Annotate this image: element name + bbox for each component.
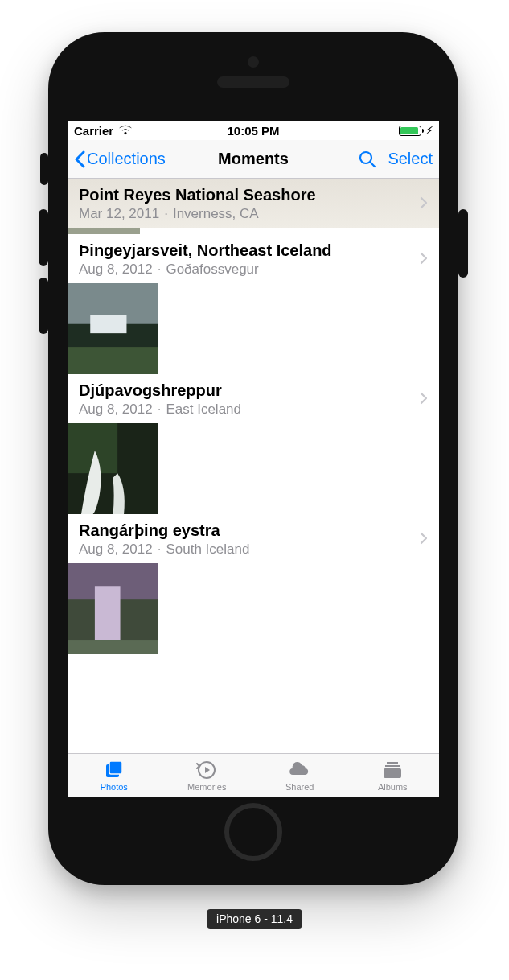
- moment-location: Goðafossvegur: [166, 261, 258, 277]
- photo-thumbnail[interactable]: [68, 423, 158, 514]
- home-button[interactable]: [224, 803, 282, 861]
- disclosure-button[interactable]: [420, 532, 428, 548]
- back-button[interactable]: Collections: [74, 150, 166, 168]
- svg-line-1: [371, 162, 376, 167]
- moment-header[interactable]: Þingeyjarsveit, Northeast Iceland Aug 8,…: [68, 234, 439, 283]
- select-button[interactable]: Select: [388, 150, 433, 168]
- search-icon: [359, 150, 376, 168]
- svg-rect-16: [385, 765, 400, 767]
- moment-location: Inverness, CA: [173, 206, 259, 221]
- shared-icon: [289, 760, 310, 780]
- moment-title: Þingeyjarsveit, Northeast Iceland: [79, 241, 415, 261]
- svg-rect-5: [68, 347, 158, 374]
- svg-rect-10: [95, 587, 121, 641]
- moment-header[interactable]: Rangárþing eystra Aug 8, 2012·South Icel…: [68, 514, 439, 563]
- chevron-right-icon: [420, 532, 428, 545]
- disclosure-button[interactable]: [420, 252, 428, 268]
- moments-list[interactable]: Point Reyes National Seashore Mar 12, 20…: [68, 179, 439, 753]
- moment-location: East Iceland: [166, 401, 241, 417]
- separator-dot: ·: [158, 541, 162, 557]
- moment-date: Aug 8, 2012: [79, 261, 153, 277]
- tab-albums[interactable]: Albums: [347, 754, 440, 797]
- back-label: Collections: [87, 150, 166, 168]
- moment-header[interactable]: Djúpavogshreppur Aug 8, 2012·East Icelan…: [68, 374, 439, 423]
- moment-date: Mar 12, 2011: [79, 206, 159, 221]
- photos-icon: [104, 760, 125, 780]
- moment-title: Rangárþing eystra: [79, 521, 415, 541]
- charging-icon: ⚡︎: [426, 125, 433, 136]
- separator-dot: ·: [164, 206, 168, 221]
- moment-section: Point Reyes National Seashore Mar 12, 20…: [68, 179, 439, 234]
- wifi-icon: [118, 124, 133, 138]
- memories-icon: [196, 760, 217, 780]
- chevron-right-icon: [420, 196, 428, 209]
- albums-icon: [382, 760, 403, 780]
- status-bar: Carrier 10:05 PM ⚡︎: [68, 121, 439, 140]
- moment-header[interactable]: Point Reyes National Seashore Mar 12, 20…: [68, 179, 439, 228]
- moment-date: Aug 8, 2012: [79, 541, 153, 557]
- earpiece-speaker: [217, 76, 289, 88]
- mute-switch: [40, 153, 48, 185]
- volume-down-button: [39, 278, 48, 334]
- chevron-left-icon: [74, 150, 85, 168]
- disclosure-button[interactable]: [420, 196, 428, 212]
- tab-photos[interactable]: Photos: [68, 754, 161, 797]
- svg-rect-15: [387, 762, 398, 764]
- tab-label: Shared: [285, 782, 314, 792]
- moment-section: Rangárþing eystra Aug 8, 2012·South Icel…: [68, 514, 439, 654]
- separator-dot: ·: [158, 401, 162, 417]
- photo-thumbnail[interactable]: [68, 228, 140, 234]
- tab-memories[interactable]: Memories: [161, 754, 254, 797]
- moment-title: Point Reyes National Seashore: [79, 185, 415, 205]
- svg-rect-4: [90, 315, 126, 334]
- disclosure-button[interactable]: [420, 392, 428, 408]
- search-button[interactable]: [359, 150, 376, 168]
- power-button: [458, 209, 468, 278]
- moment-title: Djúpavogshreppur: [79, 381, 415, 401]
- front-camera: [248, 56, 259, 68]
- moment-date: Aug 8, 2012: [79, 401, 153, 417]
- chevron-right-icon: [420, 252, 428, 265]
- navigation-bar: Collections Moments Select: [68, 140, 439, 179]
- chevron-right-icon: [420, 392, 428, 405]
- carrier-label: Carrier: [74, 124, 113, 138]
- tab-label: Memories: [187, 782, 226, 792]
- photo-thumbnail[interactable]: [68, 283, 158, 374]
- moment-location: South Iceland: [166, 541, 249, 557]
- svg-rect-11: [68, 640, 158, 654]
- tab-label: Albums: [378, 782, 408, 792]
- svg-rect-13: [109, 761, 122, 774]
- separator-dot: ·: [158, 261, 162, 277]
- tab-shared[interactable]: Shared: [253, 754, 347, 797]
- screen: Carrier 10:05 PM ⚡︎ Collections Moments: [68, 121, 439, 797]
- svg-rect-17: [384, 768, 401, 778]
- battery-icon: [399, 126, 421, 136]
- tab-bar: Photos Memories Shared Albums: [68, 753, 439, 797]
- volume-up-button: [39, 209, 48, 266]
- moment-section: Þingeyjarsveit, Northeast Iceland Aug 8,…: [68, 234, 439, 374]
- moment-section: Djúpavogshreppur Aug 8, 2012·East Icelan…: [68, 374, 439, 514]
- device-frame: Carrier 10:05 PM ⚡︎ Collections Moments: [48, 32, 458, 885]
- photo-thumbnail[interactable]: [68, 563, 158, 654]
- device-label: iPhone 6 - 11.4: [207, 909, 302, 929]
- tab-label: Photos: [101, 782, 128, 792]
